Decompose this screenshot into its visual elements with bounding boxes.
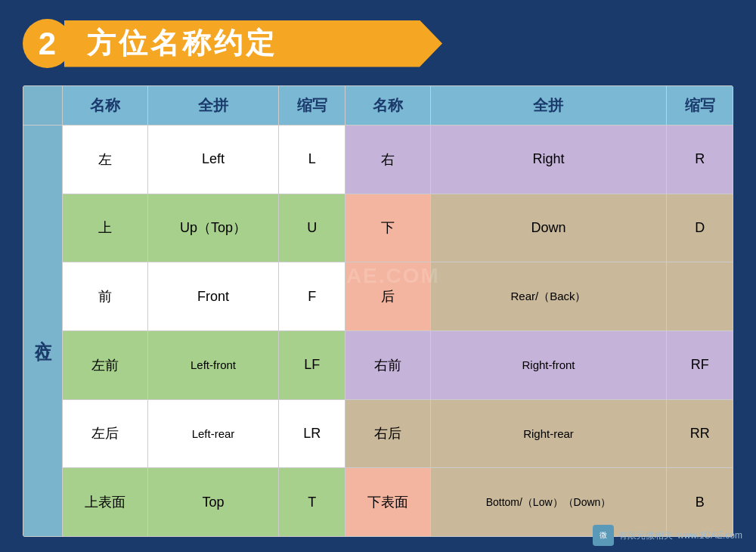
- cell-1-5: D: [667, 194, 733, 262]
- table-row: 前FrontF后Rear/（Back）: [23, 262, 733, 331]
- cell-1-3: 下: [345, 194, 430, 262]
- bottom-logo: 微 有限元微相关 www.1CAE.com: [593, 525, 742, 546]
- cell-1-0: 上: [63, 194, 148, 262]
- cell-4-1: Left-rear: [147, 399, 279, 468]
- cell-0-1: Left: [147, 126, 279, 194]
- cell-0-4: Right: [430, 126, 667, 194]
- main-table: 名称 全拼 缩写 名称 全拼 缩写 方位左LeftL右RightR上Up（Top…: [23, 85, 733, 537]
- cell-5-2: T: [279, 468, 345, 537]
- table-row: 左前Left-frontLF右前Right-frontRF: [23, 330, 733, 399]
- cell-0-5: R: [667, 126, 733, 194]
- cell-3-0: 左前: [63, 330, 148, 399]
- col-header-2: 缩写: [279, 86, 345, 126]
- cell-0-3: 右: [345, 126, 430, 194]
- cell-5-0: 上表面: [63, 468, 148, 537]
- cell-5-3: 下表面: [345, 468, 430, 537]
- table-container: 1CAE.COM 名称 全拼 缩写 名称 全拼 缩写 方位左LeftL右Righ…: [23, 85, 733, 537]
- cell-3-5: RF: [667, 330, 733, 399]
- cell-4-4: Right-rear: [430, 399, 667, 468]
- logo-icon: 微: [593, 525, 614, 546]
- row-label: 方位: [23, 126, 63, 537]
- cell-3-3: 右前: [345, 330, 430, 399]
- cell-5-1: Top: [147, 468, 279, 537]
- cell-1-1: Up（Top）: [147, 194, 279, 262]
- logo-url: www.1CAE.com: [677, 530, 742, 541]
- cell-2-4: Rear/（Back）: [430, 262, 667, 331]
- cell-4-3: 右后: [345, 399, 430, 468]
- cell-4-5: RR: [667, 399, 733, 468]
- cell-1-4: Down: [430, 194, 667, 262]
- table-row: 左后Left-rearLR右后Right-rearRR: [23, 399, 733, 468]
- col-header-3: 名称: [345, 86, 430, 126]
- table-row: 上Up（Top）U下DownD: [23, 194, 733, 262]
- header: 2 方位名称约定: [23, 15, 733, 72]
- corner-cell: [23, 86, 63, 126]
- cell-4-2: LR: [279, 399, 345, 468]
- cell-3-1: Left-front: [147, 330, 279, 399]
- page-container: 2 方位名称约定 1CAE.COM 名称 全拼 缩写 名称 全拼 缩写 方位左L…: [0, 0, 756, 552]
- cell-2-3: 后: [345, 262, 430, 331]
- cell-3-2: LF: [279, 330, 345, 399]
- col-header-1: 全拼: [147, 86, 279, 126]
- table-row: 方位左LeftL右RightR: [23, 126, 733, 194]
- col-header-0: 名称: [63, 86, 148, 126]
- cell-1-2: U: [279, 194, 345, 262]
- cell-3-4: Right-front: [430, 330, 667, 399]
- header-title-arrow: 方位名称约定: [64, 20, 442, 67]
- header-number: 2: [23, 19, 72, 68]
- cell-4-0: 左后: [63, 399, 148, 468]
- col-header-4: 全拼: [430, 86, 667, 126]
- cell-0-2: L: [279, 126, 345, 194]
- header-title: 方位名称约定: [87, 24, 277, 63]
- logo-text: 有限元微相关: [618, 529, 673, 542]
- cell-2-5: [667, 262, 733, 331]
- cell-0-0: 左: [63, 126, 148, 194]
- table-header-row: 名称 全拼 缩写 名称 全拼 缩写: [23, 86, 733, 126]
- cell-2-1: Front: [147, 262, 279, 331]
- cell-2-2: F: [279, 262, 345, 331]
- cell-2-0: 前: [63, 262, 148, 331]
- col-header-5: 缩写: [667, 86, 733, 126]
